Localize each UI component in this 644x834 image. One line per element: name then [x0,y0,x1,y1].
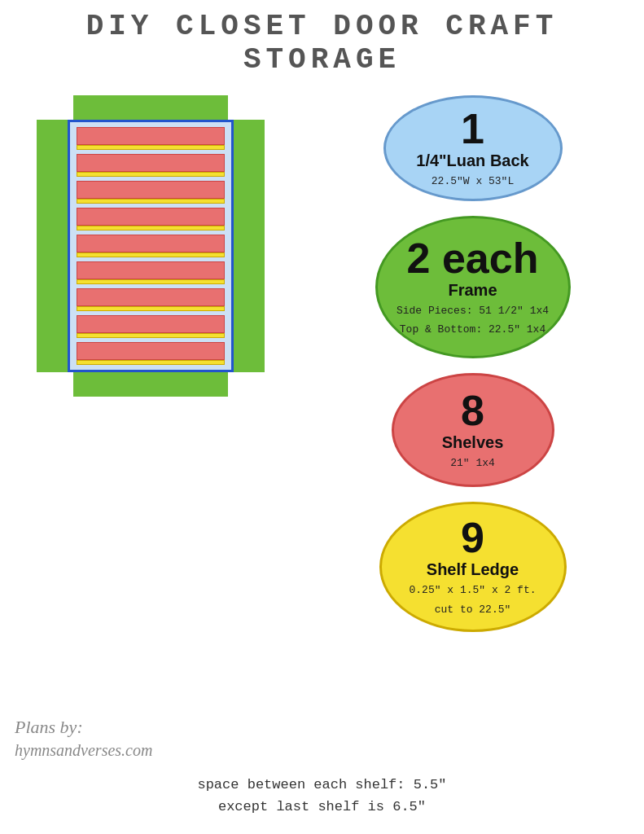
panel4-detail-line1: 0.25" x 1.5" x 2 ft. [409,582,536,599]
shelf-red [77,261,225,279]
panel4-number: 9 [461,516,484,559]
shelf-ledge-yellow [77,360,225,365]
main-layout: Plans by: hymnsandverses.com 1 1/4"Luan … [0,83,644,834]
shelf-red [77,127,225,145]
shelf-ledge-yellow [77,306,225,311]
panel4-title: Shelf Ledge [427,560,519,579]
panel-frame: 2 each Frame Side Pieces: 51 1/2" 1x4 To… [375,216,571,358]
shelf-red [77,288,225,306]
panel2-detail-line2: Top & Bottom: 22.5" 1x4 [400,322,545,338]
shelf-row [77,154,225,177]
panel-shelves: 8 Shelves 21" 1x4 [392,373,554,487]
plans-website: hymnsandverses.com [15,741,152,760]
panel1-number: 1 [461,108,484,150]
shelf-ledge-yellow [77,199,225,204]
shelf-red [77,154,225,172]
top-green-bar [73,95,228,120]
panel3-detail: 21" 1x4 [450,455,495,472]
shelf-red [77,208,225,226]
door-body [68,120,234,372]
footer-line1: space between each shelf: 5.5" [0,774,644,796]
panel3-title: Shelves [442,433,504,452]
shelf-row [77,127,225,150]
shelf-row [77,235,225,257]
diagram-area: Plans by: hymnsandverses.com [0,83,301,834]
shelf-ledge-yellow [77,172,225,177]
bottom-green-bar [73,372,228,397]
shelf-row [77,261,225,284]
info-area: 1 1/4"Luan Back 22.5"W x 53"L 2 each Fra… [301,83,644,834]
panel1-title: 1/4"Luan Back [416,151,528,170]
shelf-red [77,315,225,333]
panel-shelf-ledge: 9 Shelf Ledge 0.25" x 1.5" x 2 ft. cut t… [379,502,567,632]
shelf-ledge-yellow [77,252,225,257]
door-middle [37,120,265,372]
shelf-ledge-yellow [77,226,225,230]
footer-text: space between each shelf: 5.5" except la… [0,774,644,818]
shelf-red [77,181,225,199]
plans-by-label: Plans by: [15,717,83,738]
shelf-row [77,288,225,311]
panel3-number: 8 [461,389,484,432]
panel1-detail: 22.5"W x 53"L [432,173,514,190]
right-green-side [234,120,265,372]
panel2-detail-line1: Side Pieces: 51 1/2" 1x4 [396,303,549,319]
shelf-row [77,315,225,338]
shelf-ledge-yellow [77,145,225,150]
shelf-red [77,342,225,360]
left-green-side [37,120,68,372]
footer-line2: except last shelf is 6.5" [0,796,644,818]
panel2-title: Frame [448,281,497,300]
panel2-number: 2 each [407,237,539,279]
shelf-ledge-yellow [77,333,225,338]
shelf-row [77,208,225,230]
panel4-detail-line2: cut to 22.5" [435,602,511,618]
shelf-row [77,342,225,365]
page-title: DIY CLOSET DOOR CRAFT STORAGE [0,0,644,83]
panel-luan-back: 1 1/4"Luan Back 22.5"W x 53"L [383,95,563,201]
shelf-red [77,235,225,252]
shelf-row [77,181,225,204]
shelf-ledge-yellow [77,279,225,284]
door-diagram [37,95,265,397]
